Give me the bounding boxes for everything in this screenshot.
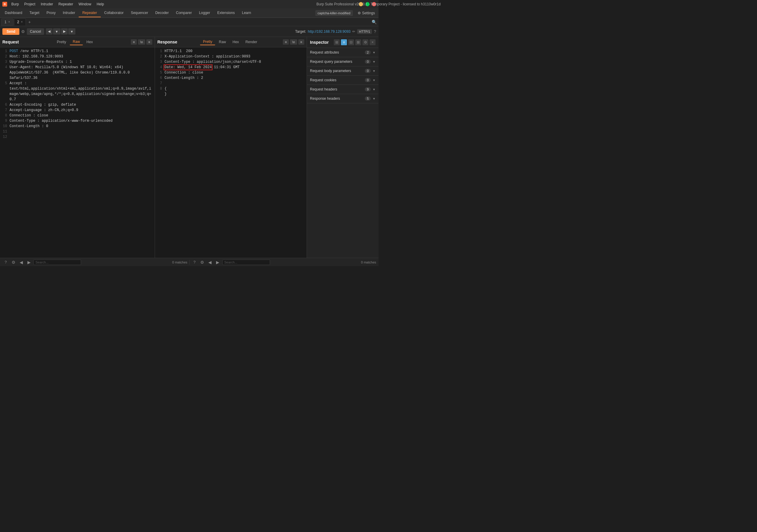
prev-arrow[interactable]: ◀	[46, 28, 52, 35]
request-title: Request	[2, 40, 19, 44]
tab-2-close[interactable]: ×	[21, 20, 23, 23]
inspector-section-body-header[interactable]: Request body parameters 0 ▼	[307, 67, 378, 75]
inspector-section-cookies-header[interactable]: Request cookies 0 ▼	[307, 76, 378, 85]
response-panel: Response Pretty Raw Hex Render ≡ \n ≡ 1H…	[155, 37, 307, 258]
req-line-2: 2Host: 192.168.79.128:9093	[1, 54, 154, 59]
req-prev-icon[interactable]: ◀	[18, 259, 24, 266]
tab-1[interactable]: 1 ×	[1, 18, 14, 26]
menu-window[interactable]: Window	[76, 2, 94, 7]
captcha-plugin-tab[interactable]: captcha-killer-modified	[315, 10, 353, 16]
inspector-settings-icon[interactable]: ⚙	[362, 39, 368, 45]
inspector-section-query-header[interactable]: Request query parameters 0 ▼	[307, 57, 378, 66]
inspector-section-resp-headers: Response headers 5 ▼	[307, 94, 378, 103]
inspector-section-resp-headers-header[interactable]: Response headers 5 ▼	[307, 94, 378, 103]
tab-2-label: 2	[17, 20, 19, 24]
response-copy-btn[interactable]: ≡	[283, 39, 289, 45]
inspector-section-query-title: Request query parameters	[310, 60, 352, 64]
edit-target-icon[interactable]: ✏	[352, 29, 355, 34]
request-copy-btn[interactable]: ≡	[131, 39, 137, 45]
nav-intruder[interactable]: Intruder	[59, 9, 79, 17]
nav-proxy[interactable]: Proxy	[43, 9, 59, 17]
nav-learn[interactable]: Learn	[238, 9, 255, 17]
request-tab-pretty[interactable]: Pretty	[54, 39, 69, 45]
tab-1-close[interactable]: ×	[8, 20, 10, 23]
req-line-5c: mage/webp,image/apng,*/*;q=0.8,applicati…	[1, 91, 154, 97]
req-next-icon[interactable]: ▶	[26, 259, 32, 266]
request-cookies-count: 0	[365, 78, 371, 82]
cancel-button[interactable]: Cancel	[27, 28, 44, 35]
titlebar-menus: Burp Project Intruder Repeater Window He…	[9, 2, 106, 7]
response-tab-pretty[interactable]: Pretty	[200, 39, 215, 45]
menu-help[interactable]: Help	[94, 2, 106, 7]
inspector-close-icon[interactable]: ×	[370, 39, 376, 45]
window-title: Burp Suite Professional v2023.1 - Tempor…	[317, 2, 378, 6]
req-help-icon[interactable]: ?	[2, 259, 9, 266]
resp-help-icon[interactable]: ?	[191, 259, 198, 266]
nav-target[interactable]: Target	[26, 9, 43, 17]
inspector-view-split2[interactable]: ⊠	[355, 39, 361, 45]
titlebar: B Burp Project Intruder Repeater Window …	[0, 0, 378, 8]
nav-collaborator[interactable]: Collaborator	[101, 9, 127, 17]
request-headers-count: 9	[365, 87, 371, 91]
request-panel: Request Pretty Raw Hex ≡ \n ≡ 1POST /env…	[0, 37, 155, 258]
resp-next-icon[interactable]: ▶	[215, 259, 221, 266]
resp-settings-icon[interactable]: ⚙	[199, 259, 206, 266]
response-tab-hex[interactable]: Hex	[229, 39, 242, 45]
resp-line-9: }	[156, 91, 306, 97]
response-body[interactable]: 1HTTP/1.1 200 2X-Application-Context : a…	[155, 47, 307, 258]
inspector-section-attributes-right: 2 ▼	[365, 50, 376, 54]
resp-line-4: 4 Date: Wed, 14 Feb 2024 11:04:31 GMT	[156, 65, 306, 70]
req-settings-icon[interactable]: ⚙	[10, 259, 17, 266]
search-button[interactable]: 🔍	[371, 19, 377, 25]
chevron-down-icon: ▼	[373, 51, 376, 54]
target-label: Target:	[295, 29, 306, 34]
help-icon[interactable]: ?	[374, 29, 376, 34]
resp-line-8: 8{	[156, 86, 306, 91]
chevron-down-icon: ▼	[373, 88, 376, 91]
tab-2[interactable]: 2 ×	[14, 18, 26, 26]
inspector-section-req-headers-header[interactable]: Request headers 9 ▼	[307, 85, 378, 94]
nav-dashboard[interactable]: Dashboard	[1, 9, 26, 17]
nav-decoder[interactable]: Decoder	[152, 9, 172, 17]
inspector-view-list[interactable]: ≡	[341, 39, 347, 45]
menu-repeater[interactable]: Repeater	[56, 2, 76, 7]
request-more-btn[interactable]: ≡	[146, 39, 152, 45]
menu-intruder[interactable]: Intruder	[39, 2, 55, 7]
response-tab-raw[interactable]: Raw	[216, 39, 229, 45]
inspector-section-body-right: 0 ▼	[365, 69, 376, 73]
req-line-8: 8Connection : close	[1, 113, 154, 118]
next-arrow-split2[interactable]: ▼	[68, 28, 76, 35]
request-settings-icon[interactable]: ⚙	[21, 29, 25, 34]
nav-repeater[interactable]: Repeater	[79, 9, 101, 17]
nav-sequencer[interactable]: Sequencer	[127, 9, 152, 17]
settings-button[interactable]: ⚙ Settings	[355, 10, 377, 16]
http-version[interactable]: HTTP/1	[357, 29, 372, 34]
add-tab-button[interactable]: +	[26, 19, 33, 25]
request-tab-hex[interactable]: Hex	[83, 39, 96, 45]
next-arrow-split[interactable]: ▼	[53, 28, 60, 35]
menu-burp[interactable]: Burp	[9, 2, 21, 7]
response-tab-render[interactable]: Render	[243, 39, 260, 45]
menu-project[interactable]: Project	[22, 2, 38, 7]
inspector-section-req-headers-title: Request headers	[310, 87, 337, 91]
response-wrap-btn[interactable]: \n	[290, 39, 297, 45]
request-body[interactable]: 1POST /env HTTP/1.1 2Host: 192.168.79.12…	[0, 47, 155, 258]
app-logo: B	[2, 2, 7, 7]
request-tab-raw[interactable]: Raw	[70, 39, 83, 45]
request-search-input[interactable]	[33, 260, 81, 265]
resp-prev-icon[interactable]: ◀	[207, 259, 213, 266]
response-more-btn[interactable]: ≡	[298, 39, 304, 45]
navigation-arrows: ◀ ▼ ▶ ▼	[46, 28, 76, 35]
inspector-section-attributes-header[interactable]: Request attributes 2 ▼	[307, 48, 378, 57]
nav-extensions[interactable]: Extensions	[214, 9, 238, 17]
nav-logger[interactable]: Logger	[196, 9, 214, 17]
request-wrap-btn[interactable]: \n	[138, 39, 145, 45]
send-button[interactable]: Send	[2, 28, 19, 35]
next-arrow[interactable]: ▶	[61, 28, 68, 35]
inspector-view-split[interactable]: ⊟	[348, 39, 354, 45]
inspector-view-grid[interactable]: ⊞	[334, 39, 340, 45]
nav-comparer[interactable]: Comparer	[172, 9, 195, 17]
req-line-12: 12	[1, 134, 154, 140]
response-search-input[interactable]	[222, 260, 270, 265]
req-line-7: 7Accept-Language : zh-CN,zh;q=0.9	[1, 107, 154, 113]
